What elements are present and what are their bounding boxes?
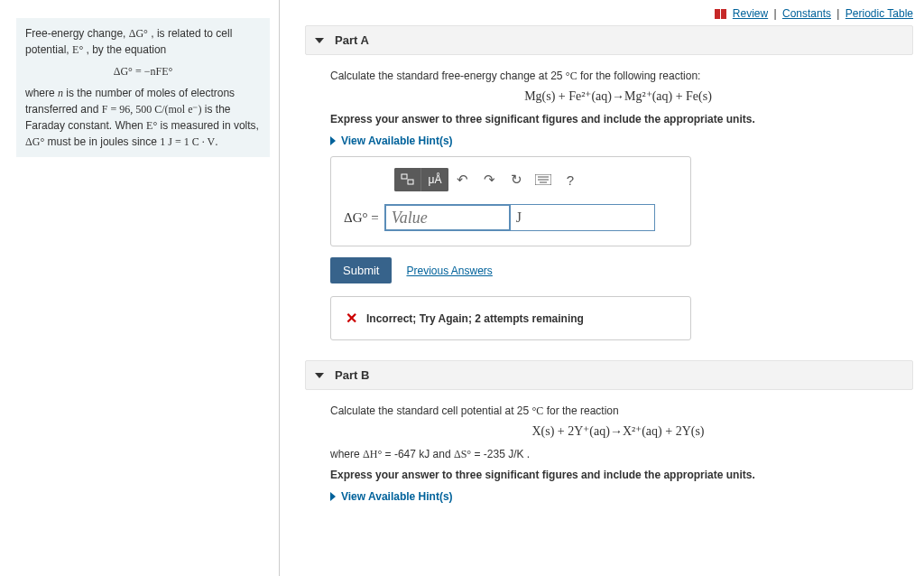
feedback-box: ✕ Incorrect; Try Again; 2 attempts remai…: [330, 296, 691, 340]
where-frag: where: [330, 448, 363, 460]
svg-rect-2: [402, 174, 407, 179]
q-text-frag: Calculate the standard free-energy chang…: [330, 70, 566, 82]
view-hints-link[interactable]: View Available Hint(s): [330, 490, 906, 503]
previous-answers-link[interactable]: Previous Answers: [406, 265, 492, 277]
info-sym: E°: [146, 119, 157, 132]
hints-label: View Available Hint(s): [341, 490, 453, 503]
instruction-text: Express your answer to three significant…: [330, 113, 906, 125]
separator: |: [836, 7, 839, 20]
redo-button[interactable]: ↷: [476, 168, 503, 191]
toolbar-group: μÅ: [394, 168, 448, 191]
right-panel: Review | Constants | Periodic Table Part…: [280, 0, 924, 576]
units-button[interactable]: μÅ: [421, 168, 448, 191]
info-equation: ΔG° = −nFE°: [25, 63, 261, 79]
submit-button[interactable]: Submit: [330, 257, 392, 283]
svg-rect-3: [408, 180, 413, 184]
instruction-text: Express your answer to three significant…: [330, 469, 906, 481]
where-frag: = -235 J/K .: [471, 448, 530, 460]
q-text-frag: Calculate the standard cell potential at…: [330, 404, 531, 417]
answer-box: μÅ ↶ ↷ ↻ ? ΔG° =: [330, 156, 691, 246]
flag-icon[interactable]: [715, 9, 727, 19]
units-input[interactable]: [511, 204, 655, 231]
keyboard-button[interactable]: [530, 168, 557, 191]
info-sym: E°: [72, 43, 83, 56]
info-sym: ΔG°: [25, 135, 44, 148]
part-b-title: Part B: [335, 368, 369, 382]
answer-toolbar: μÅ ↶ ↷ ↻ ?: [394, 168, 678, 191]
part-b-header[interactable]: Part B: [305, 360, 913, 390]
submit-row: Submit Previous Answers: [330, 257, 906, 283]
part-a-title: Part A: [335, 33, 369, 47]
info-text: Free-energy change,: [25, 27, 129, 40]
input-row: ΔG° =: [344, 204, 678, 231]
part-b-body: Calculate the standard cell potential at…: [305, 404, 913, 503]
info-sym: ΔG°: [129, 27, 148, 40]
part-a-body: Calculate the standard free-energy chang…: [305, 70, 913, 340]
view-hints-link[interactable]: View Available Hint(s): [330, 135, 906, 147]
info-text: must be in joules since: [44, 135, 160, 148]
part-a-header[interactable]: Part A: [305, 25, 913, 55]
info-text: where: [25, 87, 58, 99]
info-text: , by the equation: [83, 43, 166, 56]
info-text: is measured in volts,: [157, 119, 259, 132]
caret-down-icon: [315, 38, 324, 43]
top-links: Review | Constants | Periodic Table: [305, 7, 913, 20]
template-button[interactable]: [394, 168, 421, 191]
periodic-table-link[interactable]: Periodic Table: [845, 7, 913, 20]
where-sym: ΔH°: [363, 448, 382, 460]
reset-button[interactable]: ↻: [503, 168, 530, 191]
separator: |: [774, 7, 777, 20]
hints-label: View Available Hint(s): [341, 135, 453, 147]
info-sym: F = 96, 500 C/(mol e⁻): [102, 103, 202, 116]
where-frag: = -647 kJ and: [382, 448, 454, 460]
info-sym: 1 J = 1 C · V: [160, 135, 215, 148]
info-text: .: [215, 135, 217, 148]
undo-button[interactable]: ↶: [448, 168, 476, 191]
reaction-equation: Mg(s) + Fe²⁺(aq)→Mg²⁺(aq) + Fe(s): [330, 88, 906, 104]
q-text-frag: for the following reaction:: [578, 70, 701, 82]
feedback-text: Incorrect; Try Again; 2 attempts remaini…: [366, 312, 584, 325]
caret-down-icon: [315, 373, 324, 378]
q-text-frag: for the reaction: [543, 404, 618, 417]
incorrect-x-icon: ✕: [346, 310, 357, 327]
triangle-right-icon: [330, 136, 336, 145]
help-button[interactable]: ?: [557, 168, 584, 191]
answer-label: ΔG° =: [344, 210, 379, 226]
svg-rect-0: [715, 9, 720, 19]
question-text: Calculate the standard cell potential at…: [330, 404, 906, 418]
q-text-sym: °C: [531, 404, 543, 417]
where-line: where ΔH° = -647 kJ and ΔS° = -235 J/K .: [330, 448, 906, 461]
info-box: Free-energy change, ΔG° , is related to …: [16, 18, 270, 157]
q-text-sym: °C: [566, 70, 578, 82]
review-link[interactable]: Review: [733, 7, 768, 20]
constants-link[interactable]: Constants: [782, 7, 831, 20]
question-text: Calculate the standard free-energy chang…: [330, 70, 906, 83]
value-input[interactable]: [384, 204, 511, 231]
reaction-equation: X(s) + 2Y⁺(aq)→X²⁺(aq) + 2Y(s): [330, 423, 906, 439]
triangle-right-icon: [330, 492, 336, 501]
left-panel: Free-energy change, ΔG° , is related to …: [0, 0, 280, 576]
svg-rect-1: [721, 9, 726, 19]
where-sym: ΔS°: [454, 448, 471, 460]
